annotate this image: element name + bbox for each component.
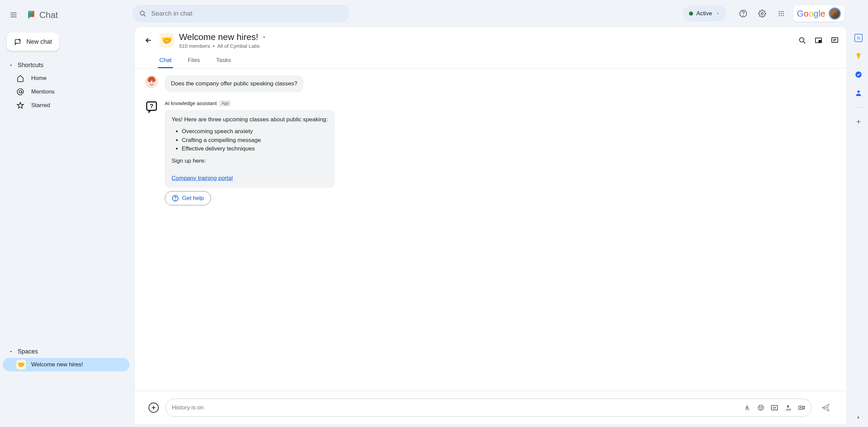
app-logo[interactable]: Chat	[25, 9, 58, 21]
format-text-icon	[744, 404, 751, 411]
svg-text:GIF: GIF	[772, 407, 776, 409]
spaces-header[interactable]: Spaces	[3, 345, 130, 358]
settings-button[interactable]	[755, 7, 769, 20]
send-button[interactable]	[818, 401, 833, 415]
assistant-message-bubble: Yes! Here are three upcoming classes abo…	[165, 110, 335, 188]
user-avatar[interactable]	[829, 7, 841, 20]
upload-icon	[785, 404, 791, 411]
home-icon	[16, 74, 24, 82]
app-name: Chat	[39, 10, 58, 20]
plus-icon	[855, 118, 862, 125]
svg-point-10	[783, 13, 784, 14]
status-label: Active	[696, 10, 712, 17]
get-help-button[interactable]: Get help	[165, 191, 211, 205]
chevron-down-icon	[261, 34, 267, 40]
add-addon-button[interactable]	[854, 118, 863, 126]
status-pill[interactable]: Active	[683, 6, 726, 21]
emoji-button[interactable]	[757, 404, 765, 411]
search-box[interactable]	[132, 5, 349, 22]
help-button[interactable]	[736, 7, 750, 20]
space-subtitle: 510 members • All of Cymbal Labs	[179, 43, 267, 49]
svg-point-27	[175, 200, 176, 200]
apps-button[interactable]	[774, 7, 788, 20]
svg-point-30	[762, 407, 762, 408]
svg-point-23	[153, 81, 154, 82]
video-button[interactable]	[798, 404, 805, 411]
tasks-app-button[interactable]	[854, 70, 863, 79]
space-emoji-icon: 🤝	[16, 360, 26, 369]
svg-point-3	[743, 16, 744, 16]
svg-point-5	[779, 11, 780, 12]
svg-text:?: ?	[150, 103, 153, 109]
keep-icon	[855, 53, 862, 60]
search-in-space-button[interactable]	[798, 36, 806, 44]
sidebar-item-starred[interactable]: Starred	[3, 99, 130, 112]
contacts-app-button[interactable]	[854, 89, 863, 97]
sidebar-item-home[interactable]: Home	[3, 72, 130, 85]
space-title: Welcome new hires!	[179, 32, 258, 42]
shortcuts-label: Shortcuts	[18, 62, 43, 69]
present-button[interactable]	[814, 36, 823, 44]
help-icon	[739, 9, 747, 18]
app-badge: App	[219, 100, 231, 106]
gif-button[interactable]: GIF	[771, 404, 778, 411]
keep-app-button[interactable]	[854, 52, 863, 60]
back-button[interactable]	[142, 34, 155, 46]
right-rail: 31	[849, 0, 868, 427]
present-icon	[814, 36, 823, 44]
hamburger-icon	[9, 11, 18, 19]
google-logo: Google	[797, 8, 825, 19]
space-avatar: 🤝	[159, 33, 174, 48]
caret-down-icon	[9, 63, 13, 67]
composer-input[interactable]	[172, 404, 744, 411]
svg-line-17	[804, 42, 805, 43]
calendar-app-button[interactable]: 31	[854, 34, 863, 42]
nav-label: Home	[31, 75, 46, 82]
add-attachment-button[interactable]	[149, 403, 159, 413]
tab-tasks[interactable]: Tasks	[215, 54, 232, 68]
space-item-welcome[interactable]: 🤝 Welcome new hires!	[3, 358, 130, 371]
new-chat-icon	[14, 38, 22, 45]
user-message-avatar	[145, 75, 158, 88]
arrow-left-icon	[144, 36, 153, 44]
svg-rect-19	[819, 40, 821, 42]
collapse-rail-button[interactable]	[854, 413, 863, 422]
svg-point-0	[140, 11, 144, 15]
tab-chat[interactable]: Chat	[158, 54, 173, 68]
spaces-label: Spaces	[18, 348, 38, 355]
svg-rect-20	[832, 38, 838, 42]
svg-point-12	[781, 15, 782, 16]
person-icon	[855, 89, 862, 97]
svg-point-29	[760, 407, 761, 408]
apps-grid-icon	[778, 10, 785, 17]
message-row-assistant: ? AI knowledge assistant App Yes! Here a…	[145, 100, 836, 206]
caret-down-icon	[9, 350, 13, 354]
nav-label: Mentions	[31, 88, 55, 95]
message-composer[interactable]: GIF	[165, 399, 812, 417]
user-message-bubble: Does the company offer public speaking c…	[165, 75, 303, 92]
thread-icon	[831, 36, 839, 44]
svg-line-1	[144, 15, 146, 17]
format-button[interactable]	[744, 404, 751, 411]
nav-label: Starred	[31, 102, 50, 109]
main-menu-button[interactable]	[5, 7, 22, 23]
sidebar-item-mentions[interactable]: Mentions	[3, 85, 130, 99]
gif-icon: GIF	[771, 404, 778, 411]
new-chat-label: New chat	[26, 38, 52, 45]
new-chat-button[interactable]: New chat	[7, 33, 59, 51]
shortcuts-header[interactable]: Shortcuts	[3, 59, 130, 72]
status-dot-icon	[689, 12, 693, 16]
search-input[interactable]	[151, 10, 342, 17]
svg-point-16	[800, 38, 804, 42]
svg-point-22	[149, 81, 151, 82]
thread-button[interactable]	[831, 36, 839, 44]
svg-point-11	[779, 15, 780, 16]
upload-button[interactable]	[784, 404, 792, 411]
training-portal-link[interactable]: Company training portal	[172, 175, 233, 181]
tab-files[interactable]: Files	[186, 54, 201, 68]
space-title-button[interactable]: Welcome new hires!	[179, 32, 267, 42]
star-icon	[16, 101, 24, 109]
google-account[interactable]: Google	[793, 5, 844, 22]
assistant-name: AI knowledge assistant	[165, 100, 217, 106]
svg-point-36	[857, 90, 860, 93]
